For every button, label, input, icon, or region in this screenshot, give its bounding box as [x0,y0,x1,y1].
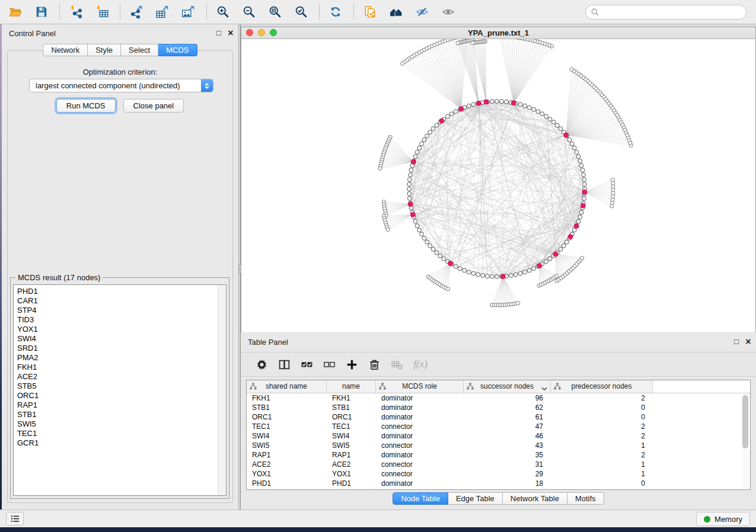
table-row[interactable]: ACE2ACE2connector311 [247,460,750,469]
mcds-result-item[interactable]: STP4 [14,306,226,315]
mcds-result-item[interactable]: ORC1 [14,391,226,400]
table-row[interactable]: RAP1RAP1dominator352 [247,450,750,460]
zoom-fit-icon[interactable] [267,3,285,21]
tab-mcds[interactable]: MCDS [158,44,197,56]
mcds-result-item[interactable]: FKH1 [14,363,226,372]
home-layout-icon[interactable] [388,3,406,21]
optimization-criterion-label: Optimization criterion: [8,68,232,76]
table-body: FKH1FKH1dominator962STB1STB1dominator620… [247,393,750,488]
split-columns-icon[interactable] [276,355,294,373]
table-row[interactable]: ORC1ORC1dominator610 [247,412,750,422]
refresh-view-icon[interactable] [328,3,346,21]
table-cell: dominator [376,393,464,403]
table-cell: FKH1 [327,393,376,403]
export-image-icon[interactable] [181,3,199,21]
tab-node-table[interactable]: Node Table [393,492,448,505]
open-session-icon[interactable] [8,3,25,21]
network-window-titlebar[interactable]: YPA_prune.txt_1 [241,27,755,39]
delete-columns-icon[interactable] [366,355,384,373]
column-header-successor-nodes[interactable]: successor nodes [464,380,551,393]
mcds-result-title: MCDS result (17 nodes) [15,273,103,282]
mcds-result-item[interactable]: ACE2 [14,372,226,382]
zoom-out-icon[interactable] [241,3,259,21]
table-cell: 2 [551,450,653,460]
memory-button[interactable]: Memory [696,512,750,526]
table-cell: TEC1 [327,422,376,431]
network-graph[interactable] [241,39,755,332]
mcds-result-item[interactable]: PHD1 [14,287,226,296]
table-cell: connector [376,441,464,450]
function-builder-label: f(x) [413,358,428,370]
function-builder-icon[interactable]: f(x) [412,355,429,373]
export-network-icon[interactable] [129,3,146,21]
import-table-icon[interactable] [94,3,112,21]
tab-network-table[interactable]: Network Table [503,492,567,505]
table-row[interactable]: YOX1YOX1connector291 [247,469,750,479]
column-header-shared-name[interactable]: shared name [247,380,327,393]
delete-table-icon[interactable] [389,355,407,373]
mcds-result-item[interactable]: CAR1 [14,296,226,306]
mcds-result-item[interactable]: GCR1 [14,438,226,448]
float-table-panel-icon[interactable]: □ [731,336,742,347]
mcds-result-item[interactable]: TID3 [14,315,226,325]
add-column-icon[interactable] [344,355,362,373]
mcds-result-item[interactable]: SWI4 [14,334,226,344]
close-panel-button[interactable]: Close panel [123,99,184,113]
import-network-icon[interactable] [68,3,86,21]
table-scrollbar[interactable] [742,394,749,488]
column-header-predecessor-nodes[interactable]: predecessor nodes [551,380,653,393]
mcds-result-item[interactable]: RAP1 [14,400,226,410]
mcds-result-item[interactable]: STB5 [14,382,226,391]
network-window: YPA_prune.txt_1 [241,27,756,332]
mcds-result-item[interactable]: SRD1 [14,344,226,353]
search-input[interactable] [599,8,746,17]
unselect-all-columns-icon[interactable] [321,355,339,373]
tab-style[interactable]: Style [88,44,121,56]
table-cell: RAP1 [247,450,327,460]
tab-edge-table[interactable]: Edge Table [448,492,503,505]
toolbar-separator [353,4,355,20]
table-cell: ORC1 [327,412,376,422]
table-row[interactable]: SWI5SWI5connector431 [247,441,750,450]
table-row[interactable]: FKH1FKH1dominator962 [247,393,750,403]
table-row[interactable]: PHD1PHD1dominator180 [247,479,750,488]
toolbar-separator [59,4,60,20]
mcds-result-item[interactable]: SWI5 [14,419,226,429]
table-scrollbar-thumb[interactable] [742,395,748,448]
column-header-mcds-role[interactable]: MCDS role [376,380,464,393]
selected-option-label: largest connected component (undirected) [30,81,201,90]
memory-status-dot [704,516,710,523]
mcds-result-item[interactable]: STB1 [14,410,226,419]
select-all-columns-icon[interactable] [299,355,317,373]
table-row[interactable]: TEC1TEC1connector472 [247,422,750,431]
close-table-panel-icon[interactable]: × [743,336,754,347]
table-row[interactable]: SWI4SWI4dominator462 [247,431,750,441]
optimization-criterion-select[interactable]: largest connected component (undirected) [29,79,213,92]
clone-network-icon[interactable] [362,3,380,21]
tab-network[interactable]: Network [43,44,88,56]
select-stepper-icon [201,79,213,92]
panel-list-button[interactable] [6,512,24,525]
column-header-label: successor nodes [472,382,542,390]
list-icon [9,513,21,524]
close-panel-icon[interactable]: × [225,28,236,39]
mcds-result-item[interactable]: YOX1 [14,325,226,334]
save-session-icon[interactable] [34,3,52,21]
mcds-result-list[interactable]: PHD1CAR1STP4TID3YOX1SWI4SRD1PMA2FKH1ACE2… [13,284,227,496]
tab-motifs[interactable]: Motifs [567,492,604,505]
mcds-result-scrollbar[interactable] [218,285,226,495]
float-panel-icon[interactable]: □ [213,28,224,39]
mcds-result-item[interactable]: PMA2 [14,353,226,363]
column-header-name[interactable]: name [327,380,376,393]
export-table-icon[interactable] [155,3,173,21]
tab-select[interactable]: Select [121,44,158,56]
show-all-icon[interactable] [441,3,458,21]
table-row[interactable]: STB1STB1dominator620 [247,403,750,412]
gear-icon[interactable] [254,355,272,373]
zoom-in-icon[interactable] [215,3,233,21]
hide-selected-icon[interactable] [414,3,432,21]
search-field[interactable] [585,5,747,20]
run-mcds-button[interactable]: Run MCDS [56,99,116,113]
zoom-selected-icon[interactable] [294,3,311,21]
mcds-result-item[interactable]: TEC1 [14,429,226,438]
